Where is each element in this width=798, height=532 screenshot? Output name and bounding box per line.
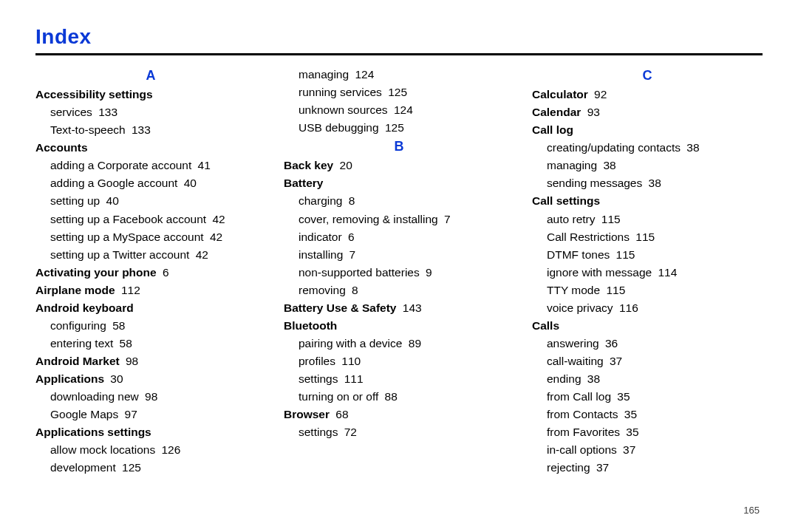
- index-subentry-page: 124: [352, 68, 374, 81]
- index-subentry-page: 37: [620, 443, 636, 456]
- index-heading-text: Activating your phone: [35, 266, 157, 279]
- index-subentry: adding a Corporate account 41: [50, 157, 266, 174]
- index-subentry-text: downloading new: [50, 390, 139, 403]
- index-subentry-page: 35: [621, 408, 637, 420]
- index-subentry-text: USB debugging: [299, 121, 379, 134]
- index-col-3: CCalculator 92Calendar 93Call logcreatin…: [532, 66, 763, 477]
- index-subentry-text: setting up a Twitter account: [50, 248, 189, 261]
- index-subentry-text: setting up: [50, 194, 100, 207]
- index-subentry-page: 37: [593, 461, 610, 474]
- index-subentry-text: TTY mode: [547, 284, 600, 296]
- index-subentry: profiles 110: [299, 352, 514, 370]
- index-subentry-text: configuring: [50, 319, 106, 332]
- index-subentry-text: charging: [299, 194, 342, 207]
- index-subentry: cover, removing & installing 7: [299, 211, 514, 228]
- index-subentry-page: 125: [385, 86, 407, 98]
- index-subentry-page: 41: [194, 159, 211, 171]
- title-rule: [35, 53, 763, 55]
- index-subentry-text: Google Maps: [50, 408, 118, 420]
- index-subentry: Text-to-speech 133: [50, 121, 266, 139]
- index-heading: Bluetooth: [284, 317, 514, 335]
- index-subentry-page: 7: [441, 213, 451, 225]
- index-subentry-page: 58: [109, 319, 126, 332]
- index-subentry: services 133: [50, 103, 266, 121]
- index-subentry-text: allow mock locations: [50, 443, 155, 456]
- index-subentry-page: 114: [655, 266, 677, 279]
- index-subentry: entering text 58: [50, 335, 266, 352]
- index-heading: Call log: [532, 121, 763, 139]
- index-subentry: Google Maps 97: [50, 406, 266, 423]
- index-subentry: call-waiting 37: [547, 352, 763, 370]
- index-subentry: pairing with a device 89: [299, 335, 514, 352]
- index-heading-text: Calls: [532, 319, 559, 332]
- index-subentry-page: 133: [95, 106, 117, 118]
- index-heading-text: Calculator: [532, 88, 588, 100]
- index-subentry-page: 116: [616, 301, 638, 314]
- index-subentry-text: non-supported batteries: [299, 266, 420, 279]
- index-subentry-text: removing: [299, 284, 346, 296]
- index-col-2: managing 124running services 125unknown …: [284, 66, 514, 477]
- index-subentry-text: DTMF tones: [547, 248, 610, 261]
- index-heading: Android keyboard: [35, 299, 266, 317]
- index-subentry: managing 38: [547, 157, 763, 174]
- index-heading: Airplane mode 112: [35, 282, 266, 299]
- index-subentry: sending messages 38: [547, 174, 763, 192]
- index-subentry-page: 6: [345, 231, 355, 243]
- index-heading: Battery: [284, 174, 514, 192]
- index-subentry: Call Restrictions 115: [547, 228, 763, 246]
- index-section-letter: A: [35, 67, 266, 84]
- index-heading-text: Call log: [532, 123, 573, 136]
- index-subentry-text: in-call options: [547, 443, 617, 456]
- index-heading-text: Android keyboard: [35, 301, 134, 314]
- index-heading-page: 30: [107, 372, 123, 385]
- index-col-1: AAccessibility settingsservices 133Text-…: [35, 66, 266, 477]
- index-subentry-text: answering: [547, 337, 599, 349]
- index-heading: Calculator 92: [532, 86, 763, 103]
- index-subentry: DTMF tones 115: [547, 246, 763, 264]
- index-subentry: creating/updating contacts 38: [547, 139, 763, 157]
- index-subentry: running services 125: [299, 83, 514, 101]
- index-subentry-text: indicator: [299, 231, 342, 243]
- index-section-letter: B: [284, 138, 514, 155]
- index-heading: Call settings: [532, 192, 763, 210]
- index-heading-text: Battery: [284, 177, 323, 189]
- index-subentry-text: installing: [299, 248, 343, 261]
- page-title: Index: [35, 25, 763, 49]
- index-subentry: allow mock locations 126: [50, 441, 266, 459]
- index-heading-page: 68: [332, 408, 349, 420]
- index-subentry-text: services: [50, 106, 92, 118]
- index-subentry: charging 8: [299, 192, 514, 210]
- index-subentry-page: 38: [600, 159, 616, 171]
- index-subentry-text: profiles: [299, 355, 335, 367]
- index-subentry-page: 88: [381, 390, 398, 403]
- index-heading: Calendar 93: [532, 103, 763, 121]
- index-heading-page: 98: [123, 355, 139, 367]
- index-heading-text: Call settings: [532, 194, 600, 207]
- index-subentry-page: 125: [382, 121, 404, 134]
- index-subentry-page: 115: [603, 284, 625, 296]
- index-heading-text: Browser: [284, 408, 330, 420]
- index-subentry-page: 133: [129, 123, 151, 136]
- index-subentry-text: running services: [299, 86, 382, 98]
- index-heading: Accessibility settings: [35, 86, 266, 103]
- index-subentry-page: 40: [180, 177, 197, 189]
- index-subentry: indicator 6: [299, 228, 514, 246]
- index-subentry-page: 35: [614, 390, 630, 403]
- index-subentry-page: 8: [349, 284, 358, 296]
- index-subentry-text: from Favorites: [547, 426, 620, 438]
- index-heading: Activating your phone 6: [35, 264, 266, 282]
- index-subentry-text: unknown sources: [299, 103, 388, 116]
- index-subentry: ignore with message 114: [547, 264, 763, 282]
- index-subentry: installing 7: [299, 246, 514, 264]
- index-subentry-page: 42: [192, 248, 208, 261]
- page-number: 165: [743, 505, 760, 516]
- index-heading: Applications 30: [35, 370, 266, 388]
- index-subentry-page: 115: [598, 213, 620, 225]
- index-section-letter: C: [532, 67, 763, 84]
- index-subentry: managing 124: [299, 66, 514, 83]
- index-subentry: settings 72: [299, 423, 514, 441]
- index-subentry-text: rejecting: [547, 461, 590, 474]
- index-subentry: settings 111: [299, 370, 514, 388]
- index-subentry-page: 42: [209, 213, 225, 225]
- index-subentry-page: 72: [341, 426, 357, 438]
